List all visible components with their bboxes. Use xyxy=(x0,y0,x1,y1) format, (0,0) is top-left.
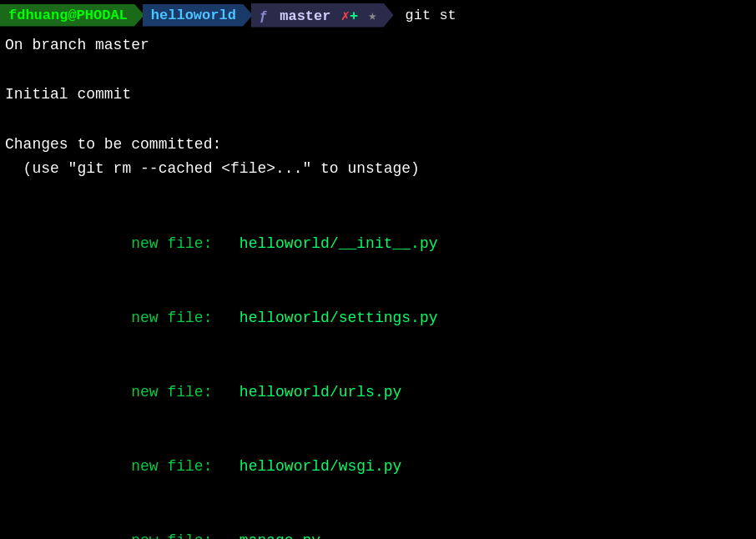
new-file-label-5: new file: xyxy=(59,532,239,539)
branch-icon: ƒ xyxy=(260,8,268,24)
output-new-file-3: new file: helloworld/urls.py xyxy=(5,355,751,430)
output-line-7 xyxy=(5,182,751,207)
new-file-label-3: new file: xyxy=(59,384,239,400)
output-line-1: On branch master xyxy=(5,33,751,58)
prompt-bar: fdhuang@PHODAL helloworld ƒ master ✗+ ★ … xyxy=(0,0,756,30)
new-file-value-1: helloworld/__init__.py xyxy=(239,235,438,252)
prompt-branch: ƒ master ✗+ ★ xyxy=(251,3,394,28)
output-line-2 xyxy=(5,58,751,83)
status-plus: + xyxy=(350,8,358,24)
output-new-file-5: new file: manage.py xyxy=(5,504,751,539)
output-line-4 xyxy=(5,108,751,133)
new-file-label-1: new file: xyxy=(59,235,239,252)
branch-name: master xyxy=(280,8,330,24)
status-x: ✗ xyxy=(341,8,350,24)
status-star: ★ xyxy=(368,8,376,24)
terminal-output: On branch master Initial commit Changes … xyxy=(0,30,756,539)
new-file-label-4: new file: xyxy=(59,458,239,475)
prompt-user-host: fdhuang@PHODAL xyxy=(0,4,144,27)
prompt-repo: helloworld xyxy=(143,4,253,27)
output-line-5: Changes to be committed: xyxy=(5,133,751,158)
new-file-value-3: helloworld/urls.py xyxy=(239,384,401,400)
output-new-file-4: new file: helloworld/wsgi.py xyxy=(5,430,751,504)
output-new-file-2: new file: helloworld/settings.py xyxy=(5,281,751,355)
terminal-window: fdhuang@PHODAL helloworld ƒ master ✗+ ★ … xyxy=(0,0,756,539)
new-file-label-2: new file: xyxy=(59,310,239,326)
output-line-6: (use "git rm --cached <file>..." to unst… xyxy=(5,157,751,182)
new-file-value-2: helloworld/settings.py xyxy=(239,310,438,326)
prompt-command: git st xyxy=(397,4,465,27)
new-file-value-5: manage.py xyxy=(239,532,320,539)
output-new-file-1: new file: helloworld/__init__.py xyxy=(5,207,751,281)
output-line-3: Initial commit xyxy=(5,83,751,108)
new-file-value-4: helloworld/wsgi.py xyxy=(239,458,401,475)
